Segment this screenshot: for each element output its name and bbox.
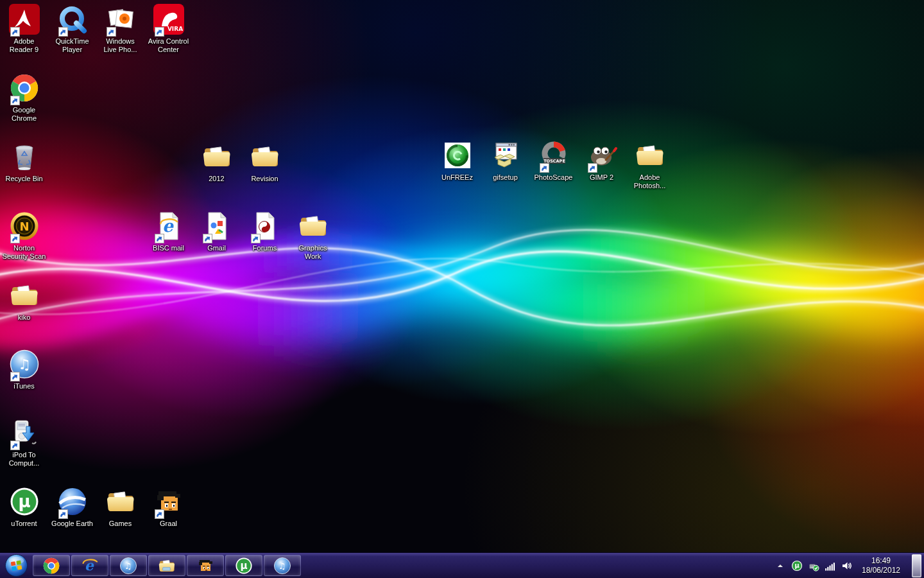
icon-label: Avira Control Center xyxy=(144,37,193,54)
desktop-icon-adobe-reader-9[interactable]: Adobe Reader 9 xyxy=(0,4,48,54)
taskbar-button-utorrent[interactable] xyxy=(225,555,262,576)
desktop-icon-ipod-to-computer[interactable]: iPod To Comput... xyxy=(0,417,48,468)
icon-label: Revision xyxy=(241,175,289,183)
icon-label: 2012 xyxy=(193,175,241,183)
icon-label: Adobe Reader 9 xyxy=(0,37,48,54)
desktop-icon-google-chrome[interactable]: Google Chrome xyxy=(0,73,48,123)
graal-icon xyxy=(196,557,214,575)
tray-volume-icon[interactable] xyxy=(841,560,853,572)
icon-label: kiko xyxy=(0,313,48,322)
desktop-icon-folder-2012[interactable]: 2012 xyxy=(193,141,241,183)
system-tray: 16:49 18/06/2012 xyxy=(774,554,924,577)
svg-text:N: N xyxy=(19,220,29,233)
desktop-icon-gimp-2[interactable]: GIMP 2 xyxy=(578,140,626,182)
desktop-icon-norton-security-scan[interactable]: N Norton Security Scan xyxy=(0,211,48,261)
icon-label: Gmail xyxy=(193,244,241,252)
desktop-icon-avira-control-center[interactable]: VIRA Avira Control Center xyxy=(144,4,193,54)
desktop-icon-utorrent[interactable]: uTorrent xyxy=(0,486,48,528)
icon-label: QuickTime Player xyxy=(48,37,96,54)
desktop-icon-folder-games[interactable]: Games xyxy=(96,486,144,528)
shortcut-arrow-icon xyxy=(107,27,116,37)
utorrent-icon xyxy=(791,560,803,572)
desktop-icon-itunes[interactable]: iTunes xyxy=(0,349,48,390)
shortcut-arrow-icon xyxy=(10,96,20,105)
chrome-icon xyxy=(8,73,40,105)
icon-label: Norton Security Scan xyxy=(0,244,48,261)
windows-explorer-icon xyxy=(158,557,176,575)
shortcut-arrow-icon xyxy=(155,234,164,243)
folder-icon xyxy=(634,140,666,172)
desktop-icon-unfreez[interactable]: UnFREEz xyxy=(433,140,481,182)
icon-label: Adobe Photosh... xyxy=(626,173,674,190)
desktop-icon-recycle-bin[interactable]: Recycle Bin xyxy=(0,141,48,183)
itunes-icon xyxy=(273,557,291,575)
folder-icon xyxy=(249,141,281,173)
icon-label: Recycle Bin xyxy=(0,175,48,183)
folder-icon xyxy=(201,141,233,173)
desktop-icon-google-earth[interactable]: Google Earth xyxy=(48,486,96,528)
folder-icon xyxy=(105,486,137,518)
desktop-icon-quicktime-player[interactable]: QuickTime Player xyxy=(48,4,96,54)
installer-icon xyxy=(490,140,522,172)
icon-label: Games xyxy=(96,520,144,528)
start-button[interactable] xyxy=(0,553,32,578)
taskbar-button-graal[interactable] xyxy=(187,555,224,576)
folder-icon xyxy=(8,280,40,312)
shortcut-arrow-icon xyxy=(203,234,212,243)
desktop-icon-gifsetup[interactable]: gifsetup xyxy=(481,140,529,182)
icon-label: iPod To Comput... xyxy=(0,451,48,468)
taskbar-button-itunes-2[interactable] xyxy=(264,555,301,576)
shortcut-arrow-icon xyxy=(540,163,549,173)
itunes-icon xyxy=(119,557,137,575)
desktop-icon-bisc-mail[interactable]: BISC mail xyxy=(144,211,193,252)
desktop-icon-gmail[interactable]: Gmail xyxy=(193,211,241,252)
icon-label: BISC mail xyxy=(144,244,193,252)
chrome-icon xyxy=(42,557,60,575)
taskbar-button-chrome[interactable] xyxy=(33,555,70,576)
desktop-icon-folder-adobe-photoshop[interactable]: Adobe Photosh... xyxy=(626,140,674,190)
taskbar-clock[interactable]: 16:49 18/06/2012 xyxy=(860,556,902,575)
icon-label: PhotoScape xyxy=(529,173,578,182)
svg-text:VIRA: VIRA xyxy=(167,26,182,32)
usb-icon xyxy=(808,560,819,572)
clock-time: 16:49 xyxy=(860,556,902,566)
desktop-icon-graal[interactable]: Graal xyxy=(144,486,193,528)
ie-document-icon xyxy=(153,211,185,243)
desktop-icon-windows-live-photo[interactable]: Windows Live Pho... xyxy=(96,4,144,54)
desktop-icon-folder-kiko[interactable]: kiko xyxy=(0,280,48,322)
tray-utorrent-icon[interactable] xyxy=(791,560,803,572)
icon-label: uTorrent xyxy=(0,520,48,528)
desktop-icon-forums[interactable]: Forums xyxy=(241,211,289,252)
utorrent-icon xyxy=(8,486,40,518)
show-hidden-icons-button[interactable] xyxy=(774,560,786,572)
tray-usb-safely-remove-icon[interactable] xyxy=(808,560,819,572)
icon-label: Google Chrome xyxy=(0,106,48,123)
desktop-icon-photoscape[interactable]: TOSCAPE PhotoScape xyxy=(529,140,578,182)
wallpaper-waves xyxy=(0,0,924,552)
icon-label: gifsetup xyxy=(481,173,529,182)
tray-network-icon[interactable] xyxy=(825,560,836,572)
icon-label: GIMP 2 xyxy=(578,173,626,182)
shortcut-arrow-icon xyxy=(10,234,20,243)
show-desktop-button[interactable] xyxy=(912,554,921,577)
speaker-icon xyxy=(841,560,853,572)
recycle-bin-icon xyxy=(8,141,40,173)
desktop-icon-folder-revision[interactable]: Revision xyxy=(241,141,289,183)
taskbar-button-itunes[interactable] xyxy=(110,555,147,576)
gmail-document-icon xyxy=(201,211,233,243)
shortcut-arrow-icon xyxy=(10,27,20,37)
taskbar-button-windows-explorer[interactable] xyxy=(148,555,185,576)
norton-icon: N xyxy=(8,211,40,243)
ipod-icon xyxy=(8,417,40,450)
taskbar-button-internet-explorer[interactable] xyxy=(71,555,108,576)
photo-gallery-icon xyxy=(105,4,137,36)
desktop-icon-folder-graphics-work[interactable]: Graphics Work xyxy=(289,211,337,261)
graal-icon xyxy=(153,486,185,518)
shortcut-arrow-icon xyxy=(10,372,20,381)
signal-bars-icon xyxy=(825,560,836,572)
desktop[interactable]: Adobe Reader 9 QuickTime Player Windows … xyxy=(0,0,924,552)
unfreez-icon xyxy=(441,140,474,172)
forums-document-icon xyxy=(249,211,281,243)
icon-label: iTunes xyxy=(0,382,48,390)
shortcut-arrow-icon xyxy=(58,509,68,519)
